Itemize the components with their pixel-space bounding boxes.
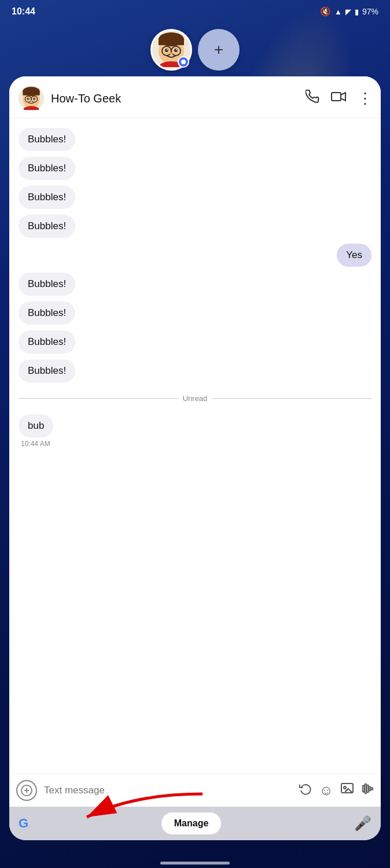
home-indicator [160, 862, 230, 865]
mic-icon[interactable]: 🎤 [354, 815, 371, 832]
svg-point-9 [167, 49, 168, 50]
chat-header: How-To Geek ⋮ [9, 76, 381, 119]
status-time: 10:44 [12, 6, 35, 17]
emoji-icon[interactable]: ☺ [319, 782, 333, 799]
unread-message-block: bub 10:44 AM [19, 414, 371, 448]
message-4: Bubbles! [19, 215, 75, 238]
manage-button[interactable]: Manage [161, 812, 222, 834]
unread-message: bub [19, 414, 53, 437]
chat-header-actions: ⋮ [306, 90, 371, 108]
notification-badge [178, 56, 189, 68]
svg-point-23 [30, 100, 32, 102]
message-2: Bubbles! [19, 157, 75, 180]
svg-point-19 [33, 98, 35, 100]
voice-icon[interactable] [361, 782, 374, 799]
message-6: Bubbles! [19, 273, 75, 296]
svg-point-20 [28, 98, 29, 98]
reply-icon[interactable] [299, 782, 312, 799]
video-icon[interactable] [331, 90, 346, 107]
svg-rect-33 [367, 785, 369, 793]
status-icons: 🔇 ▲ ◤ ▮ 97% [320, 6, 378, 17]
svg-point-10 [176, 49, 177, 50]
mute-icon: 🔇 [320, 6, 331, 17]
chat-avatar-illustration [20, 87, 43, 110]
message-9: Bubbles! [19, 359, 75, 382]
svg-point-8 [174, 49, 178, 52]
svg-rect-35 [371, 788, 373, 790]
svg-rect-2 [159, 39, 184, 45]
svg-rect-34 [369, 786, 371, 790]
attach-button[interactable] [16, 780, 37, 801]
image-icon[interactable] [340, 782, 354, 799]
chat-messages: Bubbles! Bubbles! Bubbles! Bubbles! Yes … [9, 119, 381, 774]
svg-rect-32 [365, 784, 366, 794]
unread-divider: Unread [19, 394, 371, 403]
svg-point-30 [344, 786, 346, 789]
svg-point-22 [24, 106, 39, 110]
message-8: Bubbles! [19, 330, 75, 354]
bubble-launcher: + [0, 23, 390, 71]
message-timestamp: 10:44 AM [19, 440, 371, 448]
message-3: Bubbles! [19, 186, 75, 209]
more-options-icon[interactable]: ⋮ [358, 90, 371, 108]
status-bar: 10:44 🔇 ▲ ◤ ▮ 97% [0, 0, 390, 23]
google-logo: G [19, 816, 28, 831]
battery-level: 97% [362, 7, 378, 16]
chat-contact-name: How-To Geek [51, 92, 299, 105]
wifi-icon: ▲ [334, 8, 342, 16]
svg-point-18 [27, 98, 30, 100]
chat-window: How-To Geek ⋮ Bubbles! Bubbles! Bu [9, 76, 381, 840]
unread-label: Unread [183, 394, 208, 403]
battery-icon: ▮ [355, 8, 359, 16]
message-input[interactable] [44, 785, 292, 796]
chat-avatar [19, 86, 44, 111]
message-5: Yes [337, 244, 371, 267]
add-bubble-button[interactable]: + [198, 29, 240, 71]
message-7: Bubbles! [19, 301, 75, 325]
message-1: Bubbles! [19, 128, 75, 151]
signal-icon: ◤ [345, 8, 351, 16]
svg-marker-25 [341, 93, 345, 101]
unread-line-right [212, 398, 371, 399]
unread-line-left [19, 398, 178, 399]
contact-bubble[interactable] [150, 29, 192, 71]
chat-input-area: ☺ [9, 774, 381, 807]
keyboard-bottom-bar: G Manage 🎤 [9, 807, 381, 840]
svg-point-21 [34, 98, 35, 98]
svg-rect-15 [23, 91, 39, 95]
svg-rect-31 [363, 786, 365, 792]
svg-point-12 [170, 52, 173, 54]
svg-rect-24 [332, 93, 341, 101]
svg-point-7 [165, 49, 168, 52]
phone-icon[interactable] [306, 90, 319, 107]
